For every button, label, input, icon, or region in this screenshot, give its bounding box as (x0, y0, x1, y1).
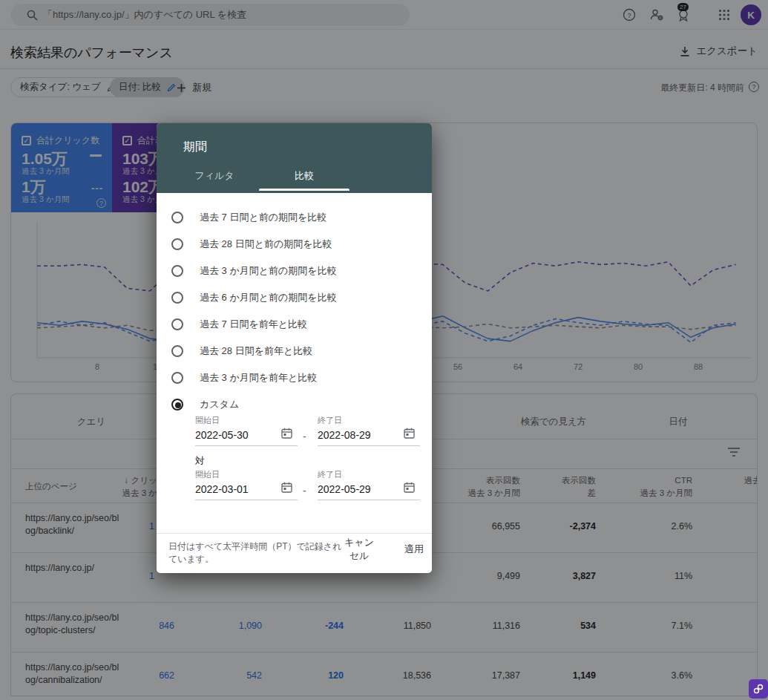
period-dialog: 期間 フィルタ 比較 過去 7 日間と前の期間を比較 過去 28 日間と前の期間… (157, 123, 432, 573)
extension-badge[interactable] (749, 679, 768, 699)
option-last-3-months-vs-previous[interactable]: 過去 3 か月間と前の期間を比較 (171, 259, 424, 283)
range2-end-input[interactable]: 2022-05-29 (318, 483, 371, 495)
dialog-header: 期間 フィルタ 比較 (157, 123, 432, 193)
tab-compare[interactable]: 比較 (267, 169, 341, 183)
calendar-icon[interactable] (281, 428, 292, 439)
option-last-3-months-vs-last-year[interactable]: 過去 3 か月間を前年と比較 (171, 366, 424, 390)
radio-icon[interactable] (171, 372, 183, 384)
radio-selected-icon[interactable] (171, 399, 183, 410)
input-underline (318, 500, 420, 500)
active-tab-indicator (259, 189, 349, 191)
range-dash: - (303, 431, 306, 442)
cancel-button[interactable]: キャンセル (340, 536, 378, 563)
radio-icon[interactable] (171, 238, 183, 250)
radio-icon[interactable] (171, 292, 183, 304)
link-icon (752, 683, 764, 695)
option-last-28-days-vs-previous[interactable]: 過去 28 日間と前の期間を比較 (171, 232, 424, 256)
radio-icon[interactable] (171, 212, 183, 223)
input-underline (195, 500, 298, 500)
input-underline (195, 445, 298, 446)
range-dash: - (303, 485, 306, 497)
option-last-7-days-vs-last-year[interactable]: 過去 7 日間を前年と比較 (171, 313, 424, 336)
start-date-label: 開始日 (195, 415, 220, 426)
range2-start-input[interactable]: 2022-03-01 (195, 483, 249, 495)
dialog-title: 期間 (183, 140, 207, 155)
option-last-6-months-vs-previous[interactable]: 過去 6 か月間と前の期間を比較 (171, 286, 424, 310)
calendar-icon[interactable] (281, 482, 292, 493)
calendar-icon[interactable] (404, 482, 415, 493)
option-last-28-days-vs-last-year[interactable]: 過去 28 日間を前年と比較 (171, 339, 424, 363)
dialog-footer-divider (157, 533, 432, 534)
timezone-note: 日付はすべて太平洋時間（PT）で記録されています。 (168, 540, 342, 566)
start-date-label: 開始日 (195, 469, 220, 480)
range1-start-input[interactable]: 2022-05-30 (195, 429, 249, 441)
radio-icon[interactable] (171, 345, 183, 357)
radio-icon[interactable] (171, 318, 183, 330)
end-date-label: 終了日 (318, 415, 342, 426)
range1-end-input[interactable]: 2022-08-29 (318, 429, 371, 441)
tab-filter[interactable]: フィルタ (177, 169, 252, 183)
calendar-icon[interactable] (404, 428, 415, 439)
end-date-label: 終了日 (318, 469, 342, 480)
versus-label: 対 (195, 454, 205, 468)
option-custom[interactable]: カスタム (171, 393, 424, 416)
input-underline (318, 445, 420, 446)
screen: 「https://lany.co.jp/」内のすべての URL を検査 ? 27… (0, 0, 768, 700)
apply-button[interactable]: 適用 (396, 536, 432, 556)
radio-icon[interactable] (171, 265, 183, 277)
option-last-7-days-vs-previous[interactable]: 過去 7 日間と前の期間を比較 (171, 206, 424, 229)
